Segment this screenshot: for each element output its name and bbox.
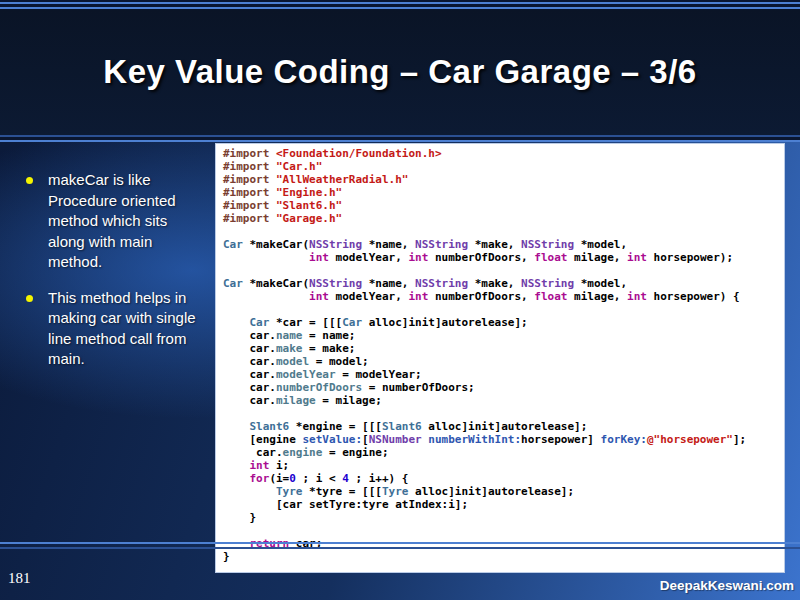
bullet-icon <box>26 177 33 184</box>
code-line: } <box>223 511 784 524</box>
bullet-list: makeCar is like Procedure oriented metho… <box>24 170 206 385</box>
code-line <box>223 303 784 316</box>
bullet-icon <box>26 295 33 302</box>
title-band: Key Value Coding – Car Garage – 3/6 <box>0 9 800 135</box>
code-line <box>223 524 784 537</box>
code-line: #import "Engine.h" <box>223 186 784 199</box>
bullet-text: This method helps in making car with sin… <box>48 289 196 368</box>
code-line: #import "AllWeatherRadial.h" <box>223 173 784 186</box>
code-line: [car setTyre:tyre atIndex:i]; <box>223 498 784 511</box>
list-item: This method helps in making car with sin… <box>24 288 206 370</box>
footer-link: DeepakKeswani.com <box>660 578 794 593</box>
code-line: int i; <box>223 459 784 472</box>
code-block: #import <Foundation/Foundation.h>#import… <box>223 147 784 563</box>
code-line: int modelYear, int numberOfDoors, float … <box>223 290 784 303</box>
code-line: car.make = make; <box>223 342 784 355</box>
code-panel: #import <Foundation/Foundation.h>#import… <box>215 143 785 573</box>
code-line <box>223 225 784 238</box>
code-line: Car *makeCar(NSString *name, NSString *m… <box>223 238 784 251</box>
code-line: #import "Garage.h" <box>223 212 784 225</box>
page-title: Key Value Coding – Car Garage – 3/6 <box>103 53 696 91</box>
code-line: car.name = name; <box>223 329 784 342</box>
code-line: Car *car = [[[Car alloc]init]autorelease… <box>223 316 784 329</box>
footer-separator-bright <box>0 542 800 544</box>
code-line: car.model = model; <box>223 355 784 368</box>
title-separator-dim <box>0 135 800 137</box>
code-line: Tyre *tyre = [[[Tyre alloc]init]autorele… <box>223 485 784 498</box>
code-line: Slant6 *engine = [[[Slant6 alloc]init]au… <box>223 420 784 433</box>
code-line: Car *makeCar(NSString *name, NSString *m… <box>223 277 784 290</box>
code-line: #import <Foundation/Foundation.h> <box>223 147 784 160</box>
slide: Key Value Coding – Car Garage – 3/6 make… <box>0 0 800 600</box>
code-line <box>223 407 784 420</box>
page-number: 181 <box>8 570 31 587</box>
code-line: [engine setValue:[NSNumber numberWithInt… <box>223 433 784 446</box>
code-line: car.milage = milage; <box>223 394 784 407</box>
code-line: #import "Car.h" <box>223 160 784 173</box>
slide-body: makeCar is like Procedure oriented metho… <box>0 142 800 600</box>
code-line: for(i=0 ; i < 4 ; i++) { <box>223 472 784 485</box>
code-line: car.engine = engine; <box>223 446 784 459</box>
code-line: int modelYear, int numberOfDoors, float … <box>223 251 784 264</box>
code-line: #import "Slant6.h" <box>223 199 784 212</box>
code-line <box>223 264 784 277</box>
footer-separator-dim <box>0 547 800 549</box>
code-line: } <box>223 550 784 563</box>
top-rule-outer <box>0 2 800 4</box>
list-item: makeCar is like Procedure oriented metho… <box>24 170 206 273</box>
code-line: car.numberOfDoors = numberOfDoors; <box>223 381 784 394</box>
bullet-text: makeCar is like Procedure oriented metho… <box>48 171 176 270</box>
code-line: car.modelYear = modelYear; <box>223 368 784 381</box>
